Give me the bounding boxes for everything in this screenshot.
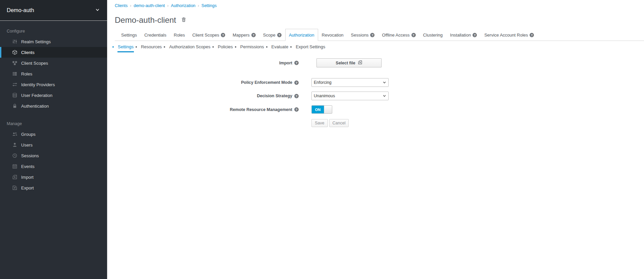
nav-section-label: Configure [0, 26, 107, 36]
user-icon [12, 142, 18, 148]
help-icon[interactable]: ? [294, 94, 299, 98]
sidebar: Demo-auth ConfigureRealm SettingsClients… [0, 0, 107, 279]
sliders-icon [12, 39, 18, 44]
cubes-icon [12, 60, 18, 66]
sidebar-item-identity-providers[interactable]: Identity Providers [0, 79, 107, 90]
tab-scope[interactable]: Scope? [259, 29, 285, 41]
sidebar-item-label: Authentication [21, 104, 49, 109]
sidebar-item-events[interactable]: Events [0, 161, 107, 172]
breadcrumb-separator: › [198, 3, 199, 8]
clock-icon [12, 153, 18, 158]
help-icon[interactable]: ? [251, 33, 256, 37]
subtab-policies[interactable]: Policies [217, 41, 233, 52]
tab-label: Revocation [322, 33, 344, 38]
subtab-resources[interactable]: Resources [141, 41, 162, 52]
help-icon[interactable]: ? [294, 80, 299, 85]
tab-label: Sessions [351, 33, 369, 38]
authorization-settings-form: Import ? Select file Policy Enforcement … [115, 58, 644, 127]
tab-label: Credentials [144, 33, 166, 38]
tab-sessions[interactable]: Sessions? [347, 29, 379, 41]
cancel-button[interactable]: Cancel [329, 119, 349, 127]
select-file-button[interactable]: Select file [316, 58, 382, 67]
tab-mappers[interactable]: Mappers? [229, 29, 259, 41]
tab-settings[interactable]: Settings [117, 29, 141, 41]
policy-enforcement-mode-select[interactable]: Enforcing [311, 78, 389, 87]
import-icon [358, 60, 362, 66]
tab-authorization[interactable]: Authorization [285, 29, 318, 41]
sidebar-item-label: Identity Providers [21, 82, 55, 87]
help-icon[interactable]: ? [370, 33, 375, 37]
help-icon[interactable]: ? [221, 33, 225, 37]
lock-icon [12, 103, 18, 109]
tab-label: Installation [450, 33, 471, 38]
help-icon[interactable]: ? [277, 33, 282, 37]
subtab-authorization-scopes[interactable]: Authorization Scopes [169, 41, 211, 52]
subtab-permissions[interactable]: Permissions [240, 41, 264, 52]
sidebar-item-label: Events [21, 164, 35, 169]
tab-label: Settings [121, 33, 137, 38]
users-icon [12, 131, 18, 137]
sidebar-item-roles[interactable]: Roles [0, 68, 107, 79]
sidebar-item-groups[interactable]: Groups [0, 129, 107, 140]
subtab-export-settings[interactable]: Export Settings [295, 41, 326, 52]
tab-label: Client Scopes [192, 33, 219, 38]
realm-name: Demo-auth [7, 7, 34, 13]
sidebar-item-import[interactable]: Import [0, 172, 107, 182]
sidebar-item-users[interactable]: Users [0, 140, 107, 150]
exchange-icon [12, 82, 18, 87]
breadcrumb-link-clients[interactable]: Clients [115, 3, 128, 8]
subtab-settings[interactable]: Settings [117, 41, 134, 52]
nav-section-label: Manage [0, 119, 107, 129]
tab-client-scopes[interactable]: Client Scopes? [189, 29, 229, 41]
help-icon[interactable]: ? [411, 33, 416, 37]
toggle-handle[interactable] [324, 106, 332, 113]
help-icon[interactable]: ? [530, 33, 534, 37]
breadcrumb-separator: › [130, 3, 131, 8]
tab-clustering[interactable]: Clustering [419, 29, 447, 41]
tab-label: Service Account Roles [484, 33, 528, 38]
tab-roles[interactable]: Roles [170, 29, 189, 41]
breadcrumb-link-settings[interactable]: Settings [201, 3, 216, 8]
client-tabs: SettingsCredentialsRolesClient Scopes?Ma… [115, 29, 644, 41]
import-icon [12, 174, 18, 180]
breadcrumb-link-demo-auth-client[interactable]: demo-auth-client [134, 3, 165, 8]
sidebar-item-authentication[interactable]: Authentication [0, 101, 107, 111]
policy-enforcement-mode-label: Policy Enforcement Mode ? [115, 80, 299, 85]
sidebar-item-client-scopes[interactable]: Client Scopes [0, 58, 107, 68]
sidebar-item-label: Realm Settings [21, 39, 51, 44]
sidebar-item-realm-settings[interactable]: Realm Settings [0, 36, 107, 47]
sidebar-item-label: Groups [21, 132, 36, 137]
decision-strategy-select[interactable]: Unanimous [311, 92, 389, 100]
sidebar-item-clients[interactable]: Clients [0, 47, 107, 58]
nav-section-manage: ManageGroupsUsersSessionsEventsImportExp… [0, 119, 107, 193]
tab-credentials[interactable]: Credentials [141, 29, 170, 41]
sidebar-item-sessions[interactable]: Sessions [0, 150, 107, 161]
tab-offline-access[interactable]: Offline Access? [378, 29, 419, 41]
subtab-evaluate[interactable]: Evaluate [271, 41, 289, 52]
help-icon[interactable]: ? [294, 61, 299, 65]
remote-resource-management-toggle[interactable]: ON [311, 105, 332, 114]
authorization-subtabs: SettingsResourcesAuthorization ScopesPol… [115, 41, 644, 52]
sidebar-item-label: Sessions [21, 153, 39, 158]
sidebar-item-label: Users [21, 143, 33, 148]
tab-installation[interactable]: Installation? [446, 29, 481, 41]
page-title: Demo-auth-client [115, 15, 176, 25]
save-button[interactable]: Save [311, 119, 328, 127]
sidebar-item-export[interactable]: Export [0, 182, 107, 193]
breadcrumb-link-authorization[interactable]: Authorization [171, 3, 195, 8]
chevron-down-icon [95, 7, 100, 13]
realm-selector[interactable]: Demo-auth [0, 0, 107, 21]
sidebar-item-label: Roles [21, 71, 32, 76]
sidebar-item-label: Import [21, 175, 34, 180]
help-icon[interactable]: ? [294, 107, 299, 112]
export-icon [12, 185, 18, 190]
tab-revocation[interactable]: Revocation [318, 29, 347, 41]
cube-icon [12, 50, 18, 55]
delete-client-button[interactable] [181, 17, 187, 23]
sidebar-item-user-federation[interactable]: User Federation [0, 90, 107, 101]
help-icon[interactable]: ? [473, 33, 477, 37]
sidebar-item-label: User Federation [21, 93, 52, 98]
tab-label: Offline Access [382, 33, 409, 38]
breadcrumb: Clients›demo-auth-client›Authorization›S… [115, 3, 644, 8]
tab-service-account-roles[interactable]: Service Account Roles? [481, 29, 538, 41]
